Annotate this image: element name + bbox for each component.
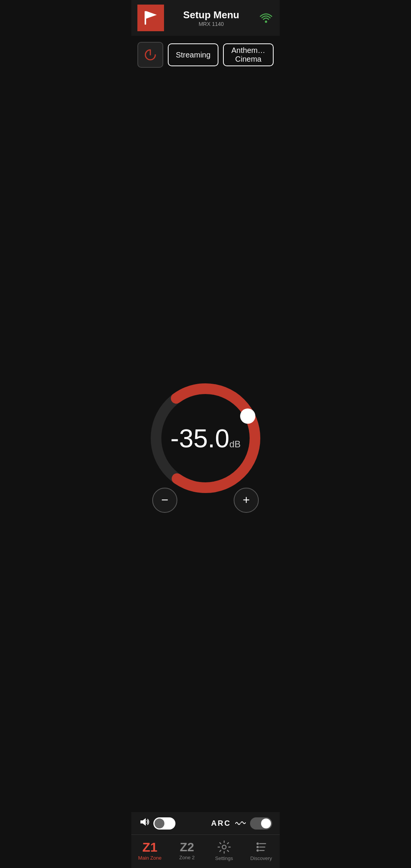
svg-point-12 — [256, 849, 259, 852]
streaming-button[interactable]: Streaming — [168, 43, 218, 66]
settings-icon — [217, 840, 231, 854]
volume-controls: − + — [145, 488, 266, 513]
discovery-icon — [254, 840, 268, 854]
svg-point-11 — [256, 846, 259, 848]
mute-toggle[interactable] — [153, 817, 175, 830]
nav-label-discovery: Discovery — [250, 855, 272, 861]
power-button[interactable] — [137, 42, 163, 68]
bottom-bar: ARC — [131, 812, 280, 834]
nav-bar: Z1 Main Zone Z2 Zone 2 Settings Discover… — [131, 834, 280, 868]
flag-icon — [142, 10, 159, 26]
anthem-cinema-button[interactable]: Anthem…Cinema — [223, 43, 274, 66]
arc-toggle-knob — [261, 819, 271, 828]
svg-point-2 — [265, 21, 267, 23]
volume-ring-svg — [145, 377, 266, 499]
mute-toggle-knob — [155, 819, 164, 828]
z2-icon: Z2 — [180, 841, 194, 853]
arc-section: ARC — [211, 817, 272, 830]
svg-point-10 — [256, 842, 259, 845]
nav-item-zone2[interactable]: Z2 Zone 2 — [169, 835, 206, 868]
wifi-icon — [258, 10, 274, 26]
svg-marker-1 — [146, 11, 157, 19]
svg-rect-0 — [145, 11, 146, 25]
nav-label-main-zone: Main Zone — [138, 855, 161, 861]
volume-knob[interactable]: -35.0dB — [145, 377, 266, 499]
mute-section — [139, 817, 175, 830]
svg-point-9 — [222, 845, 226, 849]
nav-item-settings[interactable]: Settings — [206, 835, 243, 868]
svg-marker-8 — [140, 818, 146, 826]
speaker-icon — [139, 817, 150, 830]
nav-item-main-zone[interactable]: Z1 Main Zone — [131, 835, 169, 868]
svg-point-7 — [240, 408, 255, 424]
nav-label-settings: Settings — [215, 855, 233, 861]
device-subtitle: MRX 1140 — [169, 21, 254, 27]
arc-waves-icon — [235, 819, 246, 828]
page-title: Setup Menu — [169, 9, 254, 21]
volume-up-button[interactable]: + — [234, 488, 259, 513]
volume-down-button[interactable]: − — [152, 488, 177, 513]
nav-item-discovery[interactable]: Discovery — [243, 835, 280, 868]
controls-row: Streaming Anthem…Cinema — [131, 36, 280, 74]
header: Setup Menu MRX 1140 — [131, 0, 280, 36]
arc-label: ARC — [211, 819, 231, 828]
volume-section: -35.0dB − + — [131, 74, 280, 812]
nav-label-zone2: Zone 2 — [179, 855, 194, 860]
z1-icon: Z1 — [142, 841, 158, 854]
arc-toggle[interactable] — [250, 817, 272, 830]
header-title-block: Setup Menu MRX 1140 — [169, 9, 254, 27]
app-logo — [137, 5, 164, 31]
